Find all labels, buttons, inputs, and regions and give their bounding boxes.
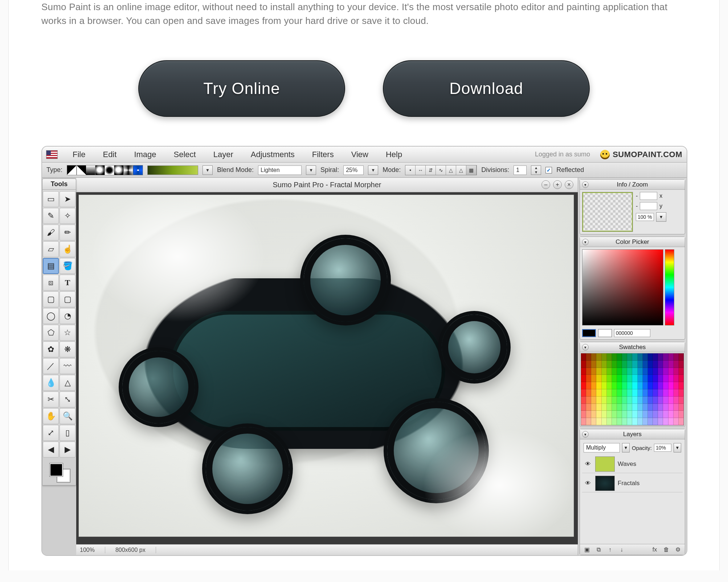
swatch-cell[interactable] <box>668 397 674 404</box>
swatch-cell[interactable] <box>668 361 674 368</box>
menu-select[interactable]: Select <box>165 147 205 162</box>
swatch-cell[interactable] <box>648 418 653 425</box>
swatch-cell[interactable] <box>643 375 648 382</box>
panel-toggle-icon[interactable]: ▾ <box>582 239 589 245</box>
gradient-dropdown[interactable]: ▼ <box>203 165 213 175</box>
grad-type-reverse-icon[interactable] <box>77 165 86 175</box>
swatch-cell[interactable] <box>658 411 663 418</box>
swatch-cell[interactable] <box>658 368 663 375</box>
swatch-cell[interactable] <box>632 404 637 411</box>
tool-prev[interactable]: ◀ <box>43 442 59 458</box>
navigator-thumb[interactable] <box>582 192 633 232</box>
swatch-cell[interactable] <box>648 389 653 397</box>
swatch-cell[interactable] <box>617 368 622 375</box>
swatch-cell[interactable] <box>658 418 663 425</box>
swatch-cell[interactable] <box>643 368 648 375</box>
grad-type-diamond-icon[interactable] <box>105 165 114 175</box>
swatch-cell[interactable] <box>607 382 612 389</box>
swatch-cell[interactable] <box>663 418 668 425</box>
swatch-cell[interactable] <box>607 404 612 411</box>
swatch-cell[interactable] <box>581 361 586 368</box>
swatch-cell[interactable] <box>663 353 668 361</box>
swatch-cell[interactable] <box>648 361 653 368</box>
swatch-cell[interactable] <box>638 382 643 389</box>
layer-blend-field[interactable]: Multiply <box>584 443 620 452</box>
swatch-cell[interactable] <box>668 375 674 382</box>
swatch-cell[interactable] <box>632 353 637 361</box>
menu-layer[interactable]: Layer <box>205 147 242 162</box>
swatch-cell[interactable] <box>591 375 596 382</box>
swatch-cell[interactable] <box>607 418 612 425</box>
swatch-cell[interactable] <box>617 411 622 418</box>
eye-icon[interactable]: 👁 <box>584 461 592 467</box>
menu-adjustments[interactable]: Adjustments <box>242 147 303 162</box>
swatch-cell[interactable] <box>607 375 612 382</box>
swatch-cell[interactable] <box>586 397 591 404</box>
menu-filters[interactable]: Filters <box>303 147 343 162</box>
swatch-cell[interactable] <box>653 397 658 404</box>
swatch-cell[interactable] <box>663 375 668 382</box>
layer-fx-icon[interactable]: fx <box>651 546 659 554</box>
picker-fg-swatch[interactable] <box>582 329 596 337</box>
swatch-cell[interactable] <box>638 368 643 375</box>
swatch-cell[interactable] <box>674 375 679 382</box>
swatch-cell[interactable] <box>648 375 653 382</box>
tool-pencil[interactable]: ✏ <box>60 225 75 241</box>
info-x-field[interactable] <box>640 192 657 200</box>
layer-item[interactable]: 👁 Fractals <box>582 475 683 492</box>
swatch-cell[interactable] <box>679 389 684 397</box>
tool-transform[interactable]: ⤡ <box>60 392 75 407</box>
tool-stamp[interactable]: ⧇ <box>43 275 59 291</box>
swatch-cell[interactable] <box>596 361 601 368</box>
info-zoom-dropdown[interactable]: ▼ <box>656 212 666 222</box>
picker-bg-swatch[interactable] <box>598 329 612 337</box>
trash-icon[interactable]: 🗑 <box>662 546 670 554</box>
swatch-cell[interactable] <box>632 397 637 404</box>
swatch-cell[interactable] <box>617 361 622 368</box>
tool-bucket[interactable]: 🪣 <box>60 258 75 274</box>
swatch-cell[interactable] <box>627 382 632 389</box>
swatch-cell[interactable] <box>638 418 643 425</box>
swatch-cell[interactable] <box>617 397 622 404</box>
tool-move[interactable]: ➤ <box>60 191 75 207</box>
swatch-cell[interactable] <box>607 411 612 418</box>
swatch-cell[interactable] <box>622 361 627 368</box>
swatch-cell[interactable] <box>658 389 663 397</box>
swatch-cell[interactable] <box>591 361 596 368</box>
mode-group[interactable]: • ↔ ⇵ ∿ △ △ ▦ <box>405 165 477 175</box>
layer-down-icon[interactable]: ↓ <box>618 546 626 554</box>
swatch-cell[interactable] <box>679 411 684 418</box>
swatch-cell[interactable] <box>679 375 684 382</box>
layer-item[interactable]: 👁 Waves <box>582 455 683 473</box>
swatch-cell[interactable] <box>643 397 648 404</box>
swatch-cell[interactable] <box>586 353 591 361</box>
swatch-cell[interactable] <box>643 389 648 397</box>
swatch-cell[interactable] <box>581 375 586 382</box>
tool-rect[interactable]: ▢ <box>43 291 59 307</box>
swatch-cell[interactable] <box>607 397 612 404</box>
swatch-cell[interactable] <box>612 353 617 361</box>
download-button[interactable]: Download <box>383 60 590 117</box>
swatch-cell[interactable] <box>591 389 596 397</box>
swatch-cell[interactable] <box>617 353 622 361</box>
swatch-cell[interactable] <box>602 375 607 382</box>
swatch-cell[interactable] <box>612 375 617 382</box>
mode-wave-icon[interactable]: ∿ <box>436 165 446 175</box>
tool-text[interactable]: T <box>60 275 75 291</box>
swatch-cell[interactable] <box>663 389 668 397</box>
swatch-cell[interactable] <box>679 418 684 425</box>
swatch-cell[interactable] <box>663 368 668 375</box>
swatch-cell[interactable] <box>622 411 627 418</box>
swatch-cell[interactable] <box>658 375 663 382</box>
reflected-checkbox[interactable]: ✓ <box>545 167 552 173</box>
swatch-cell[interactable] <box>596 397 601 404</box>
swatch-cell[interactable] <box>632 418 637 425</box>
scrollbar-horizontal[interactable] <box>76 537 578 544</box>
swatch-cell[interactable] <box>632 368 637 375</box>
swatch-cell[interactable] <box>668 411 674 418</box>
swatch-cell[interactable] <box>674 361 679 368</box>
panel-toggle-icon[interactable]: ▾ <box>582 344 589 351</box>
swatch-cell[interactable] <box>674 411 679 418</box>
swatch-cell[interactable] <box>596 418 601 425</box>
tool-brush[interactable]: 🖌 <box>43 225 59 241</box>
